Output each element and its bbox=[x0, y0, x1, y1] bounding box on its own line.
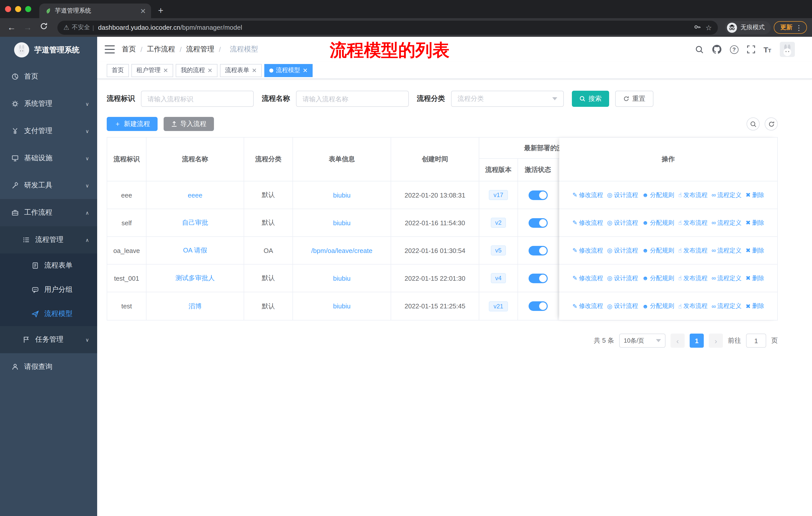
design-process-link[interactable]: ◎设计流程 bbox=[607, 302, 638, 310]
bookmark-star-icon[interactable]: ☆ bbox=[705, 23, 712, 31]
publish-process-link[interactable]: ☝发布流程 bbox=[678, 246, 707, 255]
sidebar-item-system[interactable]: 系统管理 ∨ bbox=[0, 90, 97, 117]
minimize-window-button[interactable] bbox=[15, 6, 21, 12]
key-icon[interactable] bbox=[694, 23, 701, 32]
tag-home[interactable]: 首页 bbox=[107, 64, 129, 77]
design-process-link[interactable]: ◎设计流程 bbox=[607, 191, 638, 199]
tag-process-model[interactable]: 流程模型✕ bbox=[264, 64, 313, 77]
sidebar-item-workflow[interactable]: 工作流程 ∧ bbox=[0, 199, 97, 226]
fullscreen-icon[interactable] bbox=[747, 45, 755, 53]
model-name-link[interactable]: OA 请假 bbox=[183, 246, 207, 255]
close-icon[interactable]: ✕ bbox=[252, 67, 257, 74]
edit-process-link[interactable]: ✎修改流程 bbox=[572, 274, 603, 282]
help-icon[interactable]: ? bbox=[730, 45, 738, 54]
assign-rule-link[interactable]: ☻分配规则 bbox=[642, 191, 674, 199]
back-button[interactable]: ← bbox=[5, 22, 18, 32]
process-definition-link[interactable]: ∞流程定义 bbox=[712, 302, 742, 310]
assign-rule-link[interactable]: ☻分配规则 bbox=[642, 246, 674, 255]
avatar[interactable] bbox=[780, 42, 795, 57]
delete-link[interactable]: ✖删除 bbox=[746, 274, 764, 282]
address-bar[interactable]: ⚠ 不安全 | dashboard.yudao.iocoder.cn/bpm/m… bbox=[57, 20, 718, 34]
sidebar-item-user-group[interactable]: 用户分组 bbox=[0, 278, 97, 302]
close-icon[interactable]: ✕ bbox=[302, 67, 308, 74]
tag-tenant[interactable]: 租户管理✕ bbox=[132, 64, 173, 77]
process-definition-link[interactable]: ∞流程定义 bbox=[712, 246, 742, 255]
publish-process-link[interactable]: ☝发布流程 bbox=[678, 274, 707, 282]
browser-tab[interactable]: 芋道管理系统 ✕ bbox=[39, 3, 151, 18]
reset-button[interactable]: 重置 bbox=[615, 91, 654, 107]
sidebar-item-devtools[interactable]: 研发工具 ∨ bbox=[0, 172, 97, 199]
reload-button[interactable] bbox=[37, 22, 50, 33]
search-icon[interactable] bbox=[695, 45, 703, 54]
next-page-button[interactable]: › bbox=[709, 333, 723, 348]
process-key-input[interactable] bbox=[141, 91, 254, 107]
design-process-link[interactable]: ◎设计流程 bbox=[607, 218, 638, 227]
edit-process-link[interactable]: ✎修改流程 bbox=[572, 218, 603, 227]
delete-link[interactable]: ✖删除 bbox=[746, 191, 764, 199]
process-definition-link[interactable]: ∞流程定义 bbox=[712, 274, 742, 282]
model-name-link[interactable]: eeee bbox=[188, 191, 202, 199]
edit-process-link[interactable]: ✎修改流程 bbox=[572, 302, 603, 310]
model-name-link[interactable]: 测试多审批人 bbox=[175, 274, 215, 283]
import-process-button[interactable]: 导入流程 bbox=[164, 117, 214, 131]
publish-process-link[interactable]: ☝发布流程 bbox=[678, 191, 707, 199]
edit-process-link[interactable]: ✎修改流程 bbox=[572, 191, 603, 199]
delete-link[interactable]: ✖删除 bbox=[746, 218, 764, 227]
sidebar-item-process-mgmt[interactable]: 流程管理 ∧ bbox=[0, 226, 97, 253]
design-process-link[interactable]: ◎设计流程 bbox=[607, 274, 638, 282]
create-process-button[interactable]: ＋新建流程 bbox=[107, 117, 157, 131]
menu-dots-icon[interactable]: ⋮ bbox=[795, 23, 803, 31]
sidebar-item-task-mgmt[interactable]: 任务管理 ∨ bbox=[0, 326, 97, 353]
security-chip[interactable]: ⚠ 不安全 | bbox=[63, 23, 94, 32]
assign-rule-link[interactable]: ☻分配规则 bbox=[642, 302, 674, 310]
publish-process-link[interactable]: ☝发布流程 bbox=[678, 302, 707, 310]
sidebar-item-process-form[interactable]: 流程表单 bbox=[0, 253, 97, 278]
assign-rule-link[interactable]: ☻分配规则 bbox=[642, 218, 674, 227]
process-name-input[interactable] bbox=[296, 91, 409, 107]
forward-button[interactable]: → bbox=[21, 22, 34, 32]
search-toggle-button[interactable] bbox=[747, 117, 760, 131]
active-toggle[interactable] bbox=[528, 246, 547, 255]
tab-close-icon[interactable]: ✕ bbox=[140, 7, 146, 15]
active-toggle[interactable] bbox=[528, 190, 547, 200]
close-icon[interactable]: ✕ bbox=[207, 67, 212, 74]
sidebar-item-process-model[interactable]: 流程模型 bbox=[0, 302, 97, 326]
process-definition-link[interactable]: ∞流程定义 bbox=[712, 191, 742, 199]
form-info-link[interactable]: biubiu bbox=[333, 219, 350, 226]
goto-page-input[interactable] bbox=[746, 333, 766, 348]
update-button[interactable]: 更新 ⋮ bbox=[774, 21, 807, 34]
form-info-link[interactable]: /bpm/oa/leave/create bbox=[311, 247, 373, 254]
breadcrumb-home[interactable]: 首页 bbox=[122, 45, 136, 54]
model-name-link[interactable]: 滔博 bbox=[188, 302, 202, 311]
sidebar-item-leave-query[interactable]: 请假查询 bbox=[0, 353, 97, 380]
breadcrumb-workflow[interactable]: 工作流程 bbox=[147, 45, 175, 54]
process-definition-link[interactable]: ∞流程定义 bbox=[712, 218, 742, 227]
prev-page-button[interactable]: ‹ bbox=[671, 333, 685, 348]
edit-process-link[interactable]: ✎修改流程 bbox=[572, 246, 603, 255]
delete-link[interactable]: ✖删除 bbox=[746, 302, 764, 310]
search-button[interactable]: 搜索 bbox=[572, 91, 609, 107]
active-toggle[interactable] bbox=[528, 273, 547, 283]
page-number-1[interactable]: 1 bbox=[690, 333, 704, 348]
breadcrumb-process-mgmt[interactable]: 流程管理 bbox=[186, 45, 214, 54]
sidebar-item-home[interactable]: 首页 bbox=[0, 63, 97, 90]
font-size-icon[interactable]: TT bbox=[763, 45, 771, 54]
new-tab-button[interactable]: + bbox=[158, 5, 163, 16]
design-process-link[interactable]: ◎设计流程 bbox=[607, 246, 638, 255]
model-name-link[interactable]: 自己审批 bbox=[182, 218, 208, 227]
sidebar-item-payment[interactable]: 支付管理 ∨ bbox=[0, 117, 97, 145]
form-info-link[interactable]: biubiu bbox=[333, 191, 350, 199]
publish-process-link[interactable]: ☝发布流程 bbox=[678, 218, 707, 227]
sidebar-item-infra[interactable]: 基础设施 ∨ bbox=[0, 145, 97, 172]
refresh-button[interactable] bbox=[765, 117, 778, 131]
active-toggle[interactable] bbox=[528, 218, 547, 227]
category-select[interactable]: 流程分类 bbox=[451, 91, 564, 107]
tag-process-form[interactable]: 流程表单✕ bbox=[220, 64, 262, 77]
close-window-button[interactable] bbox=[5, 6, 11, 12]
delete-link[interactable]: ✖删除 bbox=[746, 246, 764, 255]
page-size-select[interactable]: 10条/页 bbox=[619, 333, 666, 348]
close-icon[interactable]: ✕ bbox=[163, 67, 168, 74]
tag-my-process[interactable]: 我的流程✕ bbox=[176, 64, 218, 77]
form-info-link[interactable]: biubiu bbox=[333, 302, 350, 310]
github-icon[interactable] bbox=[712, 45, 721, 54]
